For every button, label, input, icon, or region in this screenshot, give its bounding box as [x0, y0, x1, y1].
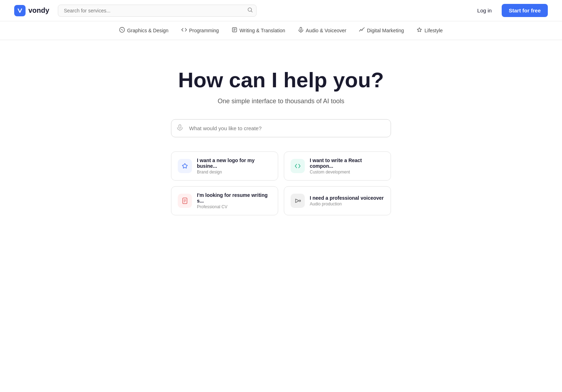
- graphics-design-label: Graphics & Design: [127, 28, 169, 33]
- suggestion-card-react-subtitle: Custom development: [310, 170, 384, 175]
- category-lifestyle[interactable]: Lifestyle: [417, 27, 442, 34]
- lifestyle-icon: [417, 27, 422, 34]
- digital-marketing-icon: [359, 27, 365, 34]
- hero-title: How can I help you?: [178, 68, 384, 92]
- header-search-input[interactable]: [58, 5, 257, 17]
- suggestion-card-resume-text: I'm looking for resume writing s... Prof…: [197, 192, 271, 209]
- writing-translation-icon: [232, 27, 237, 34]
- svg-marker-15: [296, 199, 299, 203]
- suggestion-card-voiceover-subtitle: Audio production: [310, 201, 384, 206]
- header-search-bar: [58, 5, 257, 17]
- login-button[interactable]: Log in: [473, 5, 496, 16]
- lifestyle-label: Lifestyle: [424, 28, 442, 33]
- svg-rect-7: [300, 27, 302, 31]
- suggestion-card-logo-subtitle: Brand design: [197, 170, 271, 175]
- suggestion-card-voiceover-text: I need a professional voiceover Audio pr…: [310, 195, 384, 206]
- category-nav: Graphics & Design Programming Writing & …: [0, 21, 562, 40]
- start-for-free-button[interactable]: Start for free: [502, 4, 548, 17]
- writing-translation-label: Writing & Translation: [239, 28, 285, 33]
- suggestion-card-resume-title: I'm looking for resume writing s...: [197, 192, 271, 204]
- header: vondy Log in Start for free: [0, 0, 562, 21]
- suggestion-card-resume-subtitle: Professional CV: [197, 204, 271, 209]
- suggestion-card-react[interactable]: I want to write a React compon... Custom…: [284, 151, 391, 181]
- main-search-bar: [171, 119, 391, 137]
- svg-line-1: [251, 11, 252, 12]
- category-audio-voiceover[interactable]: Audio & Voiceover: [298, 27, 346, 34]
- suggestion-card-voiceover[interactable]: I need a professional voiceover Audio pr…: [284, 186, 391, 215]
- suggestion-card-logo-text: I want a new logo for my busine... Brand…: [197, 158, 271, 175]
- suggestion-card-resume[interactable]: I'm looking for resume writing s... Prof…: [171, 186, 278, 215]
- suggestion-card-logo-icon: [178, 159, 192, 173]
- suggestion-card-voiceover-title: I need a professional voiceover: [310, 195, 384, 201]
- suggestion-card-react-icon: [291, 159, 305, 173]
- suggestion-card-resume-icon: [178, 194, 192, 208]
- hero-subtitle: One simple interface to thousands of AI …: [217, 98, 344, 105]
- logo[interactable]: vondy: [14, 5, 49, 16]
- main-search-input[interactable]: [171, 119, 391, 137]
- category-programming[interactable]: Programming: [181, 27, 219, 34]
- microphone-icon: [177, 124, 183, 132]
- header-actions: Log in Start for free: [473, 4, 548, 17]
- logo-text: vondy: [28, 6, 49, 15]
- suggestion-card-voiceover-icon: [291, 194, 305, 208]
- suggestion-card-react-title: I want to write a React compon...: [310, 158, 384, 169]
- audio-voiceover-label: Audio & Voiceover: [306, 28, 346, 33]
- suggestion-grid: I want a new logo for my busine... Brand…: [171, 151, 391, 215]
- suggestion-card-logo[interactable]: I want a new logo for my busine... Brand…: [171, 151, 278, 181]
- graphics-design-icon: [119, 27, 125, 34]
- search-icon: [247, 7, 253, 13]
- category-graphics-design[interactable]: Graphics & Design: [119, 27, 169, 34]
- main-content: How can I help you? One simple interface…: [0, 40, 562, 237]
- suggestion-card-react-text: I want to write a React compon... Custom…: [310, 158, 384, 175]
- svg-rect-9: [179, 125, 181, 128]
- category-digital-marketing[interactable]: Digital Marketing: [359, 27, 404, 34]
- header-search-button[interactable]: [247, 7, 253, 14]
- programming-icon: [181, 27, 187, 34]
- suggestion-card-logo-title: I want a new logo for my busine...: [197, 158, 271, 169]
- programming-label: Programming: [189, 28, 219, 33]
- audio-voiceover-icon: [298, 27, 304, 34]
- category-writing-translation[interactable]: Writing & Translation: [232, 27, 285, 34]
- logo-icon: [14, 5, 26, 16]
- digital-marketing-label: Digital Marketing: [367, 28, 404, 33]
